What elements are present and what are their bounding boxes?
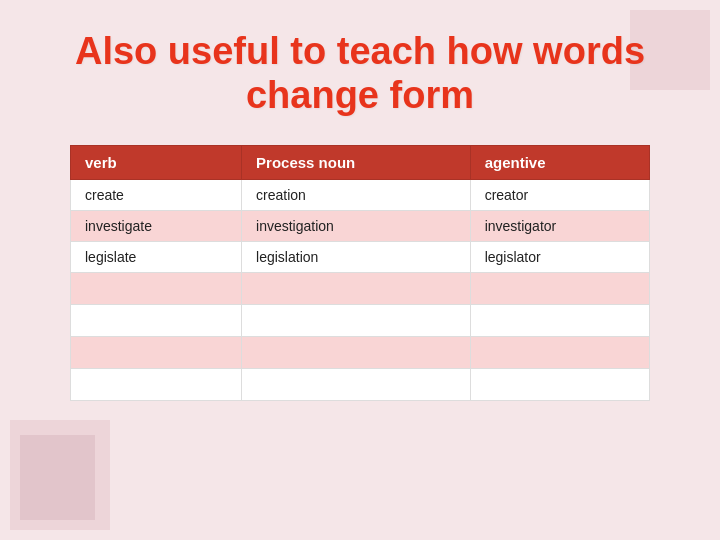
table-row [71,369,650,401]
cell-agentive-6 [470,369,649,401]
cell-verb-5 [71,337,242,369]
cell-verb-4 [71,305,242,337]
cell-verb-0: create [71,180,242,211]
bg-decoration-bottom-left-inner [20,435,95,520]
main-content: Also useful to teach how words change fo… [0,0,720,401]
cell-agentive-0: creator [470,180,649,211]
page-title: Also useful to teach how words change fo… [75,30,645,117]
cell-agentive-2: legislator [470,242,649,273]
word-forms-table: verb Process noun agentive createcreatio… [70,145,650,401]
cell-verb-6 [71,369,242,401]
cell-process_noun-1: investigation [242,211,471,242]
table-row: createcreationcreator [71,180,650,211]
cell-process_noun-4 [242,305,471,337]
cell-agentive-4 [470,305,649,337]
table-row [71,337,650,369]
cell-process_noun-6 [242,369,471,401]
cell-verb-3 [71,273,242,305]
table-header-row: verb Process noun agentive [71,146,650,180]
col-header-verb: verb [71,146,242,180]
cell-process_noun-0: creation [242,180,471,211]
table-row: investigateinvestigationinvestigator [71,211,650,242]
cell-agentive-5 [470,337,649,369]
title-line1: Also useful to teach how words [75,30,645,72]
cell-agentive-1: investigator [470,211,649,242]
cell-verb-1: investigate [71,211,242,242]
cell-agentive-3 [470,273,649,305]
title-line2: change form [246,74,474,116]
table-container: verb Process noun agentive createcreatio… [70,145,650,401]
cell-verb-2: legislate [71,242,242,273]
cell-process_noun-3 [242,273,471,305]
col-header-process-noun: Process noun [242,146,471,180]
table-row: legislatelegislationlegislator [71,242,650,273]
col-header-agentive: agentive [470,146,649,180]
cell-process_noun-2: legislation [242,242,471,273]
table-row [71,305,650,337]
cell-process_noun-5 [242,337,471,369]
table-row [71,273,650,305]
